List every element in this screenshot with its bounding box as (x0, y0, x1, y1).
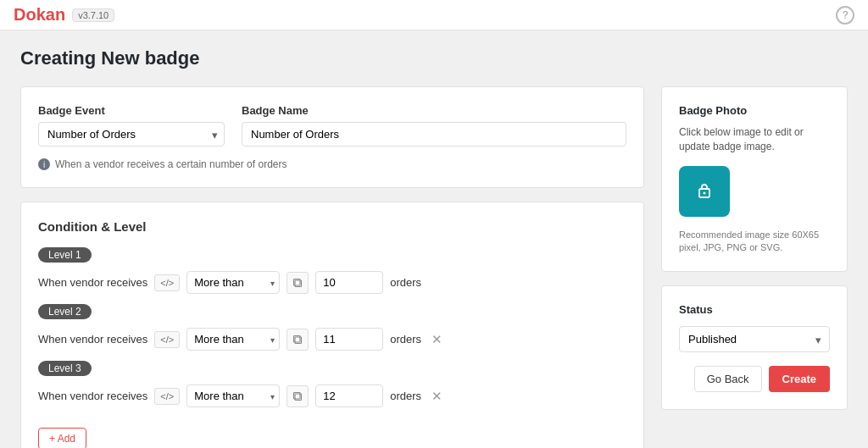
level-2-condition-select[interactable]: More than Less than Equal to (186, 328, 280, 351)
version-badge: v3.7.10 (72, 8, 114, 22)
level-1-row: When vendor receives </> More than Less … (38, 271, 626, 294)
level-1-section: Level 1 When vendor receives </> More th… (38, 247, 626, 294)
level-1-when-label: When vendor receives (38, 276, 147, 289)
level-2-section: Level 2 When vendor receives </> More th… (38, 304, 626, 351)
level-3-code-icon[interactable]: </> (154, 388, 180, 405)
level-3-orders-label: orders (390, 390, 421, 402)
add-level-button[interactable]: + Add (38, 428, 86, 448)
badge-event-label: Badge Event (38, 104, 225, 117)
level-2-badge: Level 2 (38, 304, 92, 319)
level-3-remove-icon[interactable]: ✕ (428, 387, 446, 406)
level-2-orders-label: orders (390, 333, 421, 346)
badge-event-card: Badge Event Number of Orders Sales Amoun… (20, 86, 644, 188)
level-3-number-input[interactable] (315, 384, 383, 407)
level-3-row: When vendor receives </> More than Less … (38, 384, 626, 407)
badge-name-input[interactable] (242, 122, 626, 147)
status-select[interactable]: Published Draft (679, 326, 830, 352)
level-3-badge: Level 3 (38, 361, 92, 376)
badge-photo-card: Badge Photo Click below image to edit or… (661, 86, 848, 272)
condition-title: Condition & Level (38, 219, 626, 234)
create-button[interactable]: Create (769, 366, 830, 392)
level-2-condition-select-wrapper: More than Less than Equal to ▾ (186, 328, 280, 351)
badge-name-field: Badge Name (242, 104, 626, 147)
status-select-wrapper: Published Draft ▾ (679, 326, 830, 352)
action-buttons: Go Back Create (679, 366, 830, 392)
badge-name-label: Badge Name (242, 104, 626, 117)
level-2-code-icon[interactable]: </> (154, 331, 180, 348)
badge-event-row: Badge Event Number of Orders Sales Amoun… (38, 104, 626, 147)
help-icon[interactable]: ? (836, 6, 854, 25)
status-title: Status (679, 303, 830, 316)
level-3-section: Level 3 When vendor receives </> More th… (38, 361, 626, 407)
svg-point-7 (704, 191, 706, 194)
condition-card: Condition & Level Level 1 When vendor re… (20, 202, 644, 448)
level-3-condition-select-wrapper: More than Less than Equal to ▾ (186, 384, 280, 407)
badge-photo-recommended: Recommended image size 60X65 pixel, JPG,… (679, 229, 830, 255)
badge-event-select-wrapper: Number of Orders Sales Amount Product Pu… (38, 122, 225, 147)
badge-icon-preview[interactable] (679, 166, 730, 217)
level-1-orders-label: orders (390, 276, 421, 289)
topbar: Dokan v3.7.10 ? (0, 0, 868, 30)
level-2-remove-icon[interactable]: ✕ (428, 330, 446, 349)
level-1-condition-select[interactable]: More than Less than Equal to (186, 271, 280, 294)
logo: Dokan (14, 5, 65, 25)
hint-row: i When a vendor receives a certain numbe… (38, 158, 626, 170)
level-2-when-label: When vendor receives (38, 333, 147, 346)
badge-photo-hint: Click below image to edit or update badg… (679, 125, 830, 154)
level-1-copy-icon[interactable] (287, 272, 309, 294)
level-1-code-icon[interactable]: </> (154, 274, 180, 291)
hint-text: When a vendor receives a certain number … (55, 158, 287, 170)
level-2-row: When vendor receives </> More than Less … (38, 328, 626, 351)
go-back-button[interactable]: Go Back (694, 366, 762, 392)
level-1-condition-select-wrapper: More than Less than Equal to ▾ (186, 271, 280, 294)
badge-event-field: Badge Event Number of Orders Sales Amoun… (38, 104, 225, 147)
level-3-when-label: When vendor receives (38, 390, 147, 402)
badge-photo-title: Badge Photo (679, 104, 830, 117)
page-title: Creating New badge (20, 47, 848, 69)
badge-event-select[interactable]: Number of Orders Sales Amount Product Pu… (38, 122, 225, 147)
status-card: Status Published Draft ▾ Go Back Create (661, 285, 848, 410)
level-2-copy-icon[interactable] (287, 329, 309, 351)
sidebar: Badge Photo Click below image to edit or… (661, 86, 848, 448)
level-2-number-input[interactable] (315, 328, 383, 351)
level-1-badge: Level 1 (38, 247, 92, 263)
level-3-condition-select[interactable]: More than Less than Equal to (186, 384, 280, 407)
level-3-copy-icon[interactable] (287, 385, 309, 407)
level-1-number-input[interactable] (315, 271, 383, 294)
main-area: Badge Event Number of Orders Sales Amoun… (20, 86, 644, 448)
logo-area: Dokan v3.7.10 (14, 5, 114, 25)
info-icon: i (38, 158, 50, 170)
